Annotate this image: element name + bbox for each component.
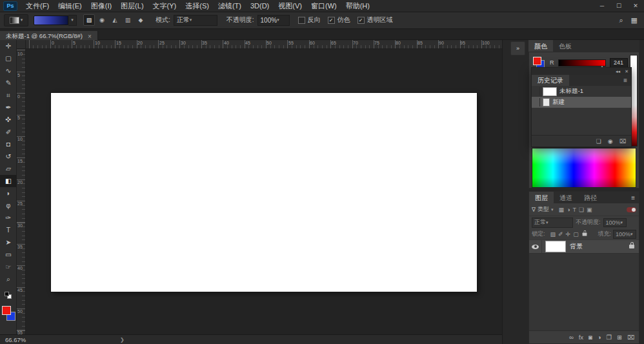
vertical-ruler[interactable]: 1050510152025303540455055 [17,49,26,334]
color-spectrum[interactable] [532,148,636,188]
lock-all-icon[interactable] [582,232,587,236]
link-layers-icon[interactable]: ∞ [569,334,574,341]
opacity-select[interactable]: 100% ▾ [257,15,290,26]
ruler-origin[interactable] [17,40,26,49]
filter-type-layers-icon[interactable]: T [573,207,577,213]
menu-item[interactable]: 帮助(H) [341,0,374,12]
crop-tool[interactable]: ⌗ [0,89,17,101]
menu-item[interactable]: 文字(Y) [148,0,181,12]
new-group-icon[interactable]: ❐ [607,334,612,341]
panel-menu-icon[interactable]: ≡ [619,77,631,84]
shape-tool[interactable]: ▭ [0,248,17,261]
adjustment-layer-icon[interactable]: ◑ [598,334,601,341]
collapsed-panel-button[interactable]: » [510,41,525,56]
linear-gradient-button[interactable]: ▧ [83,14,95,26]
type-tool[interactable]: T [0,224,17,236]
hand-tool[interactable]: ☞ [0,261,17,273]
history-source-well[interactable] [533,87,540,96]
close-button[interactable]: ✕ [627,0,644,12]
horizontal-ruler[interactable]: 0510152025303540455055606570758085909510… [26,40,502,49]
document-canvas[interactable] [51,93,477,292]
filter-adjustment-layers-icon[interactable]: ◑ [567,207,570,213]
healing-brush-tool[interactable]: ✜ [0,114,17,126]
minimize-button[interactable]: ─ [594,0,610,12]
menu-item[interactable]: 文件(F) [21,0,54,12]
dodge-tool[interactable]: φ [0,199,17,212]
blend-mode-select[interactable]: 正常 ▾ [174,15,217,26]
filter-smart-objects-icon[interactable]: ▣ [587,207,592,213]
tab-channels[interactable]: 通道 [554,192,578,203]
menu-item[interactable]: 窗口(W) [307,0,341,12]
foreground-color-swatch[interactable] [2,306,11,315]
close-panel-icon[interactable]: ✕ [625,69,629,74]
foreground-color-swatch[interactable] [533,57,541,65]
quick-selection-tool[interactable]: ✎ [0,77,17,89]
dither-checkbox[interactable]: 仿色 [328,15,350,25]
radial-gradient-button[interactable]: ◉ [96,14,108,26]
lock-position-icon[interactable]: ✛ [566,231,571,238]
filter-type-label[interactable]: 类型 [538,205,549,214]
blur-tool[interactable]: ◗ [0,187,17,199]
filter-shape-layers-icon[interactable]: ❏ [579,207,584,213]
layers-empty-area[interactable] [529,254,639,330]
lock-pixels-icon[interactable]: ✐ [558,231,563,238]
layer-blend-mode-select[interactable]: 正常 ▾ [532,218,573,228]
lock-transparency-icon[interactable]: ▨ [550,231,556,238]
transparency-checkbox[interactable]: 透明区域 [357,15,393,25]
menu-item[interactable]: 编辑(E) [54,0,86,12]
status-expand-icon[interactable]: ❯ [120,337,125,343]
reflected-gradient-button[interactable]: ▥ [122,14,134,26]
menu-item[interactable]: 视图(V) [274,0,307,12]
clone-stamp-tool[interactable]: ◘ [0,138,17,150]
filter-pixel-layers-icon[interactable]: ▦ [559,207,565,213]
move-tool[interactable]: ✛ [0,40,17,52]
eyedropper-tool[interactable]: ✒ [0,101,17,114]
diamond-gradient-button[interactable]: ◆ [135,14,146,26]
gradient-picker-arrow[interactable]: ▾ [68,15,77,26]
gradient-preview[interactable] [34,15,68,25]
red-channel-slider[interactable] [558,59,606,66]
marquee-tool[interactable]: ▢ [0,52,17,65]
eraser-tool[interactable]: ▱ [0,163,17,175]
lasso-tool[interactable]: ∿ [0,65,17,77]
zoom-tool[interactable]: ⌕ [0,273,17,285]
tab-layers[interactable]: 图层 [529,192,554,203]
history-state-new[interactable]: 新建 [532,97,631,108]
brush-tool[interactable]: ✐ [0,126,17,138]
tab-paths[interactable]: 路径 [578,192,603,203]
tab-color[interactable]: 颜色 [528,40,553,52]
red-channel-value[interactable]: 241 [610,58,628,68]
layer-background[interactable]: 背景 [529,239,639,254]
delete-layer-icon[interactable]: ⌧ [627,334,634,341]
workspace-icon[interactable]: ▦ [631,16,638,25]
angle-gradient-button[interactable]: ◭ [109,14,121,26]
close-tab-icon[interactable]: × [88,33,92,40]
tab-swatches[interactable]: 色板 [553,40,578,52]
new-layer-icon[interactable]: ⊞ [617,334,622,341]
visibility-toggle[interactable] [529,240,542,253]
menu-item[interactable]: 选择(S) [181,0,214,12]
menu-item[interactable]: 图像(I) [86,0,116,12]
default-colors-icon[interactable] [5,292,12,299]
collapse-panel-icon[interactable]: ◂◂ [616,69,620,74]
canvas-area[interactable] [26,49,502,334]
menu-item[interactable]: 滤镜(T) [214,0,246,12]
filter-funnel-icon[interactable]: ∇ [532,207,536,213]
history-source-well[interactable] [533,98,540,106]
layer-style-icon[interactable]: fx [579,334,583,341]
gradient-tool[interactable]: ◧ [0,175,17,187]
lock-artboard-icon[interactable]: ▢ [573,231,579,238]
reverse-checkbox[interactable]: 反向 [298,15,321,25]
layer-fill-value[interactable]: 100% ▾ [613,230,636,239]
history-snapshot-item[interactable]: 未标题-1 [532,86,631,97]
add-layer-mask-icon[interactable]: ◙ [589,334,592,341]
layer-opacity-value[interactable]: 100% ▾ [603,218,627,227]
maximize-button[interactable]: ☐ [610,0,627,12]
delete-state-icon[interactable]: ⌧ [619,138,626,145]
menu-item[interactable]: 图层(L) [116,0,148,12]
menu-item[interactable]: 3D(D) [246,0,274,12]
tool-preset-picker[interactable]: ▾ [4,14,28,26]
new-document-from-state-icon[interactable]: ❏ [596,138,601,145]
tab-history[interactable]: 历史记录 [532,75,569,86]
search-icon[interactable]: ⌕ [619,16,623,25]
